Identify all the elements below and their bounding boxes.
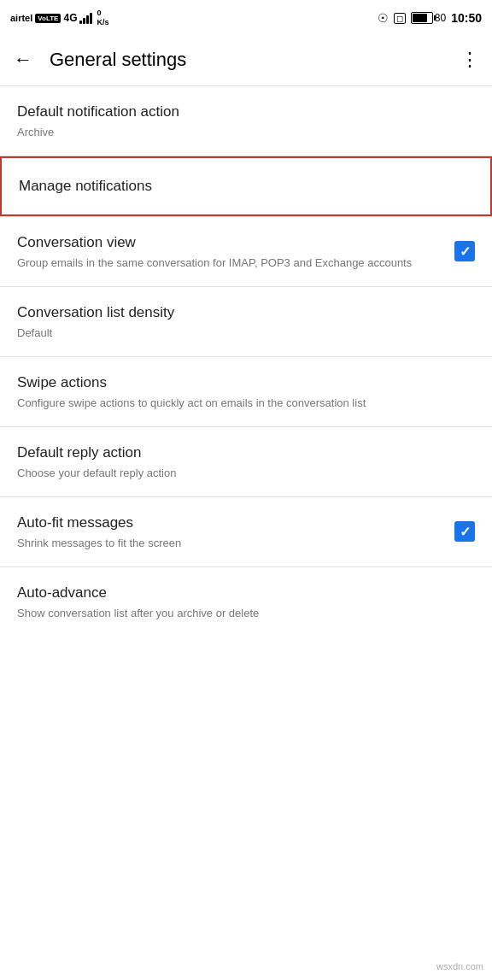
battery-percent: 80 (435, 12, 446, 24)
settings-title-default-notification-action: Default notification action (17, 102, 466, 122)
settings-item-auto-advance[interactable]: Auto-advanceShow conversation list after… (0, 567, 492, 637)
settings-item-manage-notifications[interactable]: Manage notifications (0, 156, 492, 216)
checkmark-auto-fit-messages: ✓ (460, 524, 471, 540)
settings-content-manage-notifications: Manage notifications (19, 176, 473, 197)
settings-item-default-reply-action[interactable]: Default reply actionChoose your default … (0, 427, 492, 496)
checkbox-auto-fit-messages[interactable]: ✓ (454, 521, 475, 542)
battery-container: 80 (411, 12, 446, 24)
settings-title-auto-fit-messages: Auto-fit messages (17, 513, 446, 533)
data-speed: 0 K/s (97, 9, 108, 27)
status-right: ☉ ◻ 80 10:50 (378, 11, 482, 25)
settings-content-conversation-list-density: Conversation list densityDefault (17, 302, 475, 341)
time-label: 10:50 (451, 11, 482, 25)
settings-content-swipe-actions: Swipe actionsConfigure swipe actions to … (17, 373, 475, 411)
settings-subtitle-swipe-actions: Configure swipe actions to quickly act o… (17, 396, 466, 411)
settings-item-default-notification-action[interactable]: Default notification actionArchive (0, 86, 492, 156)
bluetooth-icon: ☉ (378, 11, 389, 25)
back-button[interactable]: ← (14, 49, 32, 71)
settings-title-manage-notifications: Manage notifications (19, 176, 465, 197)
checkmark-conversation-view: ✓ (460, 244, 471, 260)
network-type: 4G (63, 12, 77, 24)
settings-item-auto-fit-messages[interactable]: Auto-fit messagesShrink messages to fit … (0, 497, 492, 566)
settings-subtitle-default-notification-action: Archive (17, 125, 466, 140)
settings-item-conversation-view[interactable]: Conversation viewGroup emails in the sam… (0, 217, 492, 286)
settings-content-default-reply-action: Default reply actionChoose your default … (17, 443, 475, 481)
page-title: General settings (50, 49, 443, 71)
settings-subtitle-conversation-list-density: Default (17, 326, 466, 341)
nfc-icon: ◻ (394, 13, 406, 24)
carrier-label: airtel (10, 13, 32, 23)
settings-subtitle-default-reply-action: Choose your default reply action (17, 466, 466, 481)
volte-badge: VoLTE (35, 14, 61, 23)
settings-subtitle-auto-advance: Show conversation list after you archive… (17, 606, 466, 621)
settings-subtitle-auto-fit-messages: Shrink messages to fit the screen (17, 536, 446, 551)
settings-title-conversation-view: Conversation view (17, 232, 446, 253)
settings-content-auto-advance: Auto-advanceShow conversation list after… (17, 583, 475, 621)
checkbox-conversation-view[interactable]: ✓ (454, 241, 475, 261)
settings-list: Default notification actionArchiveManage… (0, 86, 492, 637)
watermark: wsxdn.com (436, 961, 483, 971)
battery-icon (411, 12, 433, 24)
settings-title-swipe-actions: Swipe actions (17, 373, 466, 393)
status-bar: airtel VoLTE 4G 0 K/s ☉ ◻ 80 10:50 (0, 0, 492, 34)
settings-title-default-reply-action: Default reply action (17, 443, 466, 463)
settings-subtitle-conversation-view: Group emails in the same conversation fo… (17, 255, 446, 271)
status-left: airtel VoLTE 4G 0 K/s (10, 9, 108, 27)
settings-content-conversation-view: Conversation viewGroup emails in the sam… (17, 232, 454, 271)
signal-bars-icon (79, 12, 92, 24)
more-options-button[interactable]: ⋮ (460, 49, 478, 71)
settings-content-auto-fit-messages: Auto-fit messagesShrink messages to fit … (17, 513, 454, 551)
settings-title-auto-advance: Auto-advance (17, 583, 466, 603)
settings-title-conversation-list-density: Conversation list density (17, 302, 466, 323)
app-bar: ← General settings ⋮ (0, 34, 492, 85)
settings-item-swipe-actions[interactable]: Swipe actionsConfigure swipe actions to … (0, 357, 492, 426)
settings-item-conversation-list-density[interactable]: Conversation list densityDefault (0, 287, 492, 356)
settings-content-default-notification-action: Default notification actionArchive (17, 102, 475, 140)
